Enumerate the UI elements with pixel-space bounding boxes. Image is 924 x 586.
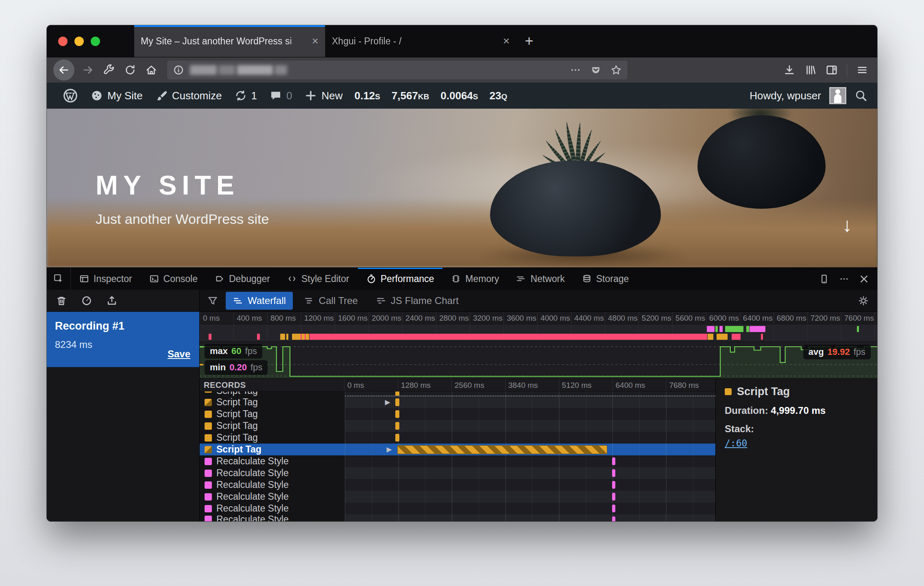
- overview-segment[interactable]: [257, 334, 260, 340]
- pocket-icon[interactable]: [590, 64, 601, 76]
- overview-segment[interactable]: [725, 326, 744, 332]
- devtools-tab-debugger[interactable]: Debugger: [206, 268, 279, 290]
- timeline-marker[interactable]: [395, 410, 399, 418]
- record-timeline[interactable]: [345, 455, 715, 467]
- devtools-tab-style-editor[interactable]: Style Editor: [279, 268, 358, 290]
- overview-segment[interactable]: [715, 326, 718, 332]
- devtools-tab-console[interactable]: Console: [141, 268, 206, 290]
- record-row-script-tag[interactable]: Script Tag: [200, 432, 715, 444]
- page-actions-icon[interactable]: [570, 64, 581, 76]
- devtools-tab-performance[interactable]: Performance: [358, 268, 443, 290]
- stack-frame-link[interactable]: /:60: [725, 438, 747, 448]
- overview-segment[interactable]: [209, 334, 211, 340]
- back-button[interactable]: [53, 59, 74, 81]
- devtools-tab-memory[interactable]: Memory: [442, 268, 508, 290]
- overview-segment[interactable]: [750, 326, 765, 332]
- admin-stat[interactable]: 0.12S: [349, 90, 386, 102]
- record-timeline[interactable]: [345, 432, 715, 444]
- save-recording-link[interactable]: Save: [168, 348, 190, 360]
- customize-menu[interactable]: Customize: [149, 83, 228, 109]
- overview-segment[interactable]: [286, 334, 288, 340]
- tab-close-icon[interactable]: ×: [503, 35, 510, 47]
- close-window-button[interactable]: [58, 37, 68, 46]
- record-row-recalculate-style[interactable]: Recalculate Style: [200, 455, 715, 467]
- filter-icon[interactable]: [204, 295, 222, 306]
- overview-segment[interactable]: [761, 334, 763, 340]
- record-timeline[interactable]: [345, 420, 715, 432]
- record-row-recalculate-style[interactable]: Recalculate Style: [200, 491, 715, 503]
- devtools-tab-network[interactable]: Network: [508, 268, 573, 290]
- search-icon[interactable]: [854, 89, 867, 102]
- overview-segment[interactable]: [707, 326, 715, 332]
- record-timeline[interactable]: [345, 408, 715, 420]
- hatched-duration-bar[interactable]: [397, 445, 607, 454]
- comments-menu[interactable]: 0: [263, 83, 298, 109]
- sidebars-button[interactable]: [823, 61, 840, 79]
- settings-gear-icon[interactable]: [858, 295, 873, 306]
- record-timeline[interactable]: [345, 479, 715, 491]
- record-row-recalculate-style[interactable]: Recalculate Style: [200, 479, 715, 491]
- record-row-recalculate-style[interactable]: Recalculate Style: [200, 503, 715, 514]
- wp-logo-button[interactable]: [57, 83, 84, 109]
- timeline-marker[interactable]: [612, 493, 615, 501]
- record-row-script-tag[interactable]: Script Tag: [200, 420, 715, 432]
- record-timeline[interactable]: [345, 391, 715, 396]
- overview-segment[interactable]: [857, 326, 859, 332]
- menu-button[interactable]: [854, 61, 871, 79]
- timeline-marker[interactable]: [395, 422, 399, 430]
- record-row-script-tag[interactable]: Script Tag▶: [200, 396, 715, 408]
- import-recording-icon[interactable]: [106, 295, 118, 306]
- record-row-script-tag[interactable]: Script Tag▶: [200, 444, 715, 455]
- record-row-script-tag[interactable]: Script Tag: [200, 391, 715, 396]
- record-row-recalculate-style[interactable]: Recalculate Style: [200, 467, 715, 479]
- forward-button[interactable]: [79, 61, 96, 79]
- recording-item[interactable]: Recording #1 8234 ms Save: [47, 312, 199, 367]
- home-button[interactable]: [143, 61, 160, 79]
- tab-xhgui[interactable]: Xhgui - Profile - / ×: [325, 25, 516, 57]
- element-picker-button[interactable]: [47, 268, 71, 290]
- my-site-menu[interactable]: My Site: [84, 83, 149, 109]
- developer-tools-button[interactable]: [100, 61, 118, 79]
- updates-menu[interactable]: 1: [228, 83, 263, 109]
- reload-button[interactable]: [122, 61, 139, 79]
- recording-overview[interactable]: [200, 324, 877, 342]
- overview-segment[interactable]: [732, 334, 741, 340]
- overview-segment[interactable]: [302, 334, 305, 340]
- url-bar[interactable]: [167, 61, 628, 79]
- record-timeline[interactable]: ▶: [345, 444, 715, 455]
- record-timeline[interactable]: [345, 514, 715, 521]
- timeline-marker[interactable]: [395, 398, 399, 406]
- framerate-graph[interactable]: max 60 fps min 0.20 fps avg 19.92 fps: [200, 342, 877, 379]
- overview-segment[interactable]: [309, 334, 707, 340]
- record-performance-icon[interactable]: [81, 295, 92, 306]
- record-timeline[interactable]: [345, 491, 715, 503]
- record-timeline[interactable]: [345, 467, 715, 479]
- view-tab-waterfall[interactable]: Waterfall: [226, 292, 293, 310]
- overview-segment[interactable]: [292, 334, 301, 340]
- timeline-marker[interactable]: [612, 457, 615, 465]
- zoom-window-button[interactable]: [91, 37, 100, 46]
- avatar[interactable]: [829, 87, 846, 104]
- timeline-marker[interactable]: [395, 391, 399, 396]
- overview-segment[interactable]: [306, 334, 309, 340]
- overview-segment[interactable]: [719, 326, 723, 332]
- view-tab-call-tree[interactable]: Call Tree: [297, 292, 365, 310]
- timeline-marker[interactable]: [612, 505, 615, 512]
- site-info-icon[interactable]: [173, 64, 184, 76]
- record-row-recalculate-style[interactable]: Recalculate Style: [200, 514, 715, 521]
- record-row-script-tag[interactable]: Script Tag: [200, 408, 715, 420]
- overview-segment[interactable]: [280, 334, 285, 340]
- scroll-down-arrow[interactable]: ↓: [842, 214, 852, 236]
- overview-segment[interactable]: [708, 334, 714, 340]
- timeline-marker[interactable]: [395, 434, 399, 442]
- tab-my-site[interactable]: My Site – Just another WordPress si ×: [134, 25, 325, 57]
- record-timeline[interactable]: ▶: [345, 396, 715, 408]
- library-button[interactable]: [802, 61, 819, 79]
- timeline-marker[interactable]: [612, 516, 615, 521]
- devtools-close-icon[interactable]: [859, 274, 869, 284]
- expand-arrow-icon[interactable]: ▶: [387, 445, 392, 454]
- timeline-marker[interactable]: [612, 469, 615, 477]
- overview-segment[interactable]: [746, 326, 749, 332]
- timeline-marker[interactable]: [612, 481, 615, 489]
- expand-arrow-icon[interactable]: ▶: [385, 398, 390, 407]
